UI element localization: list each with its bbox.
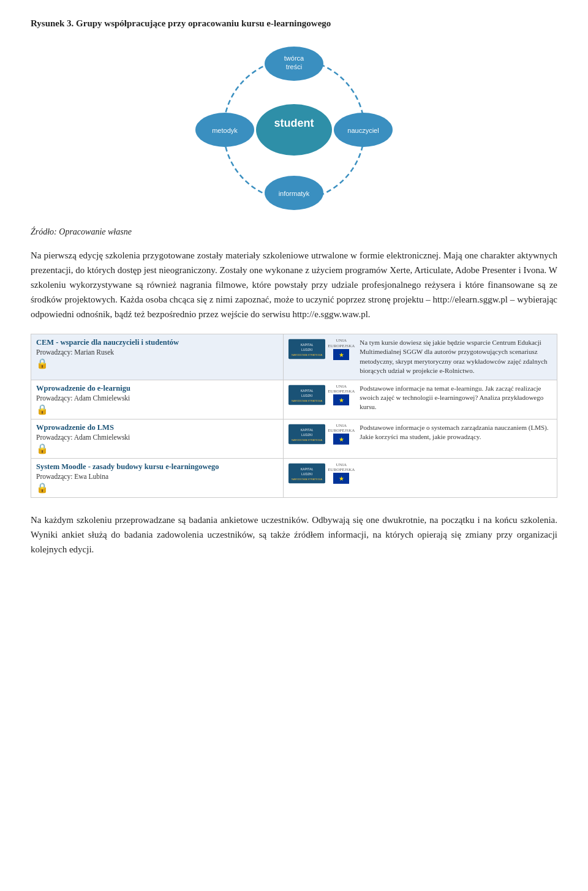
- eu-flag-4: ★: [333, 473, 349, 484]
- kapital-logo-2: KAPITAŁ LUDZKI NARODOWA STRATEGIA: [288, 384, 325, 406]
- svg-text:NARODOWA STRATEGIA: NARODOWA STRATEGIA: [292, 353, 322, 356]
- table-row: System Moodle - zasady budowy kursu e-le…: [31, 458, 557, 497]
- course-presenter-1: Prowadzący: Marian Rusek: [36, 348, 278, 356]
- diagram-svg: student twórca treści nauczyciel informa…: [184, 41, 404, 212]
- svg-text:LUDZKI: LUDZKI: [301, 472, 312, 475]
- table-row: Wprowadzenie do LMS Prowadzący: Adam Chm…: [31, 419, 557, 458]
- eu-logo-block-2: UNIAEUROPEJSKA ★: [328, 384, 355, 406]
- course-left-cell: CEM - wsparcie dla nauczycieli i student…: [31, 334, 284, 380]
- course-presenter-2: Prowadzący: Adam Chmielewski: [36, 394, 278, 402]
- eu-logo-block-1: UNIAEUROPEJSKA ★: [328, 338, 355, 360]
- course-icon-2: 🔒: [36, 404, 48, 415]
- course-icon-4: 🔒: [36, 483, 48, 493]
- course-title-4: System Moodle - zasady budowy kursu e-le…: [36, 462, 278, 472]
- svg-text:★: ★: [339, 436, 344, 443]
- course-right-cell-2: KAPITAŁ LUDZKI NARODOWA STRATEGIA UNIAEU…: [284, 380, 557, 419]
- course-left-cell-2: Wprowadzenie do e-learnigu Prowadzący: A…: [31, 380, 284, 419]
- course-table: CEM - wsparcie dla nauczycieli i student…: [31, 334, 557, 498]
- svg-text:KAPITAŁ: KAPITAŁ: [301, 467, 314, 470]
- svg-text:treści: treści: [286, 63, 302, 70]
- course-presenter-3: Prowadzący: Adam Chmielewski: [36, 434, 278, 441]
- logo-block-2: KAPITAŁ LUDZKI NARODOWA STRATEGIA UNIAEU…: [288, 384, 355, 406]
- course-title-3: Wprowadzenie do LMS: [36, 423, 278, 432]
- table-row: CEM - wsparcie dla nauczycieli i student…: [31, 334, 557, 380]
- svg-text:NARODOWA STRATEGIA: NARODOWA STRATEGIA: [292, 478, 322, 481]
- svg-text:student: student: [274, 117, 314, 129]
- logo-block-3: KAPITAŁ LUDZKI NARODOWA STRATEGIA UNIAEU…: [288, 423, 355, 445]
- course-icon-3: 🔒: [36, 443, 48, 454]
- course-right-cell-1: KAPITAŁ LUDZKI NARODOWA STRATEGIA UNIAEU…: [284, 334, 557, 380]
- source-text: Źródło: Opracowanie własne: [31, 227, 557, 237]
- course-presenter-4: Prowadzący: Ewa Lubina: [36, 473, 278, 480]
- course-left-cell-4: System Moodle - zasady budowy kursu e-le…: [31, 458, 284, 497]
- svg-text:★: ★: [339, 352, 344, 358]
- course-right-cell-3: KAPITAŁ LUDZKI NARODOWA STRATEGIA UNIAEU…: [284, 419, 557, 458]
- course-icon-1: 🔒: [36, 358, 48, 369]
- course-left-cell-3: Wprowadzenie do LMS Prowadzący: Adam Chm…: [31, 419, 284, 458]
- svg-text:LUDZKI: LUDZKI: [301, 393, 312, 397]
- svg-text:KAPITAŁ: KAPITAŁ: [301, 388, 314, 392]
- svg-text:NARODOWA STRATEGIA: NARODOWA STRATEGIA: [292, 438, 322, 442]
- svg-text:NARODOWA STRATEGIA: NARODOWA STRATEGIA: [292, 399, 322, 402]
- diagram-container: student twórca treści nauczyciel informa…: [31, 41, 557, 212]
- svg-text:nauczyciel: nauczyciel: [347, 127, 379, 134]
- svg-text:informatyk: informatyk: [279, 190, 310, 197]
- table-row: Wprowadzenie do e-learnigu Prowadzący: A…: [31, 380, 557, 419]
- logo-block-4: KAPITAŁ LUDZKI NARODOWA STRATEGIA UNIAEU…: [288, 462, 355, 484]
- course-right-cell-4: KAPITAŁ LUDZKI NARODOWA STRATEGIA UNIAEU…: [284, 458, 557, 497]
- kapital-logo-1: KAPITAŁ LUDZKI NARODOWA STRATEGIA: [288, 338, 325, 360]
- course-title-2: Wprowadzenie do e-learnigu: [36, 384, 278, 393]
- right-cell-inner-1: KAPITAŁ LUDZKI NARODOWA STRATEGIA UNIAEU…: [288, 338, 552, 376]
- eu-flag-2: ★: [333, 394, 349, 405]
- svg-text:KAPITAŁ: KAPITAŁ: [301, 343, 314, 347]
- eu-flag-1: ★: [333, 349, 349, 360]
- paragraph-2: Na każdym szkoleniu przeprowadzane są ba…: [31, 513, 557, 557]
- course-desc-2: Podstawowe informacje na temat e-learnin…: [360, 384, 552, 412]
- svg-text:★: ★: [339, 475, 344, 482]
- svg-text:metodyk: metodyk: [212, 127, 238, 134]
- kapital-logo-3: KAPITAŁ LUDZKI NARODOWA STRATEGIA: [288, 423, 325, 445]
- right-cell-inner-4: KAPITAŁ LUDZKI NARODOWA STRATEGIA UNIAEU…: [288, 462, 552, 484]
- figure-title: Rysunek 3. Grupy współpracujące przy opr…: [31, 18, 557, 29]
- eu-logo-block-4: UNIAEUROPEJSKA ★: [328, 462, 355, 484]
- course-desc-1: Na tym kursie dowiesz się jakie będzie w…: [360, 338, 552, 376]
- eu-flag-3: ★: [333, 434, 349, 445]
- kapital-logo-4: KAPITAŁ LUDZKI NARODOWA STRATEGIA: [288, 462, 325, 484]
- course-title-1: CEM - wsparcie dla nauczycieli i student…: [36, 338, 278, 347]
- eu-logo-block-3: UNIAEUROPEJSKA ★: [328, 423, 355, 445]
- svg-text:KAPITAŁ: KAPITAŁ: [301, 427, 314, 431]
- svg-text:★: ★: [339, 397, 344, 404]
- svg-text:twórca: twórca: [284, 55, 304, 62]
- logo-block-1: KAPITAŁ LUDZKI NARODOWA STRATEGIA UNIAEU…: [288, 338, 355, 360]
- svg-text:LUDZKI: LUDZKI: [301, 432, 312, 436]
- course-desc-3: Podstawowe informacje o systemach zarząd…: [360, 423, 552, 442]
- paragraph-1: Na pierwszą edycję szkolenia przygotowan…: [31, 248, 557, 321]
- svg-text:LUDZKI: LUDZKI: [301, 348, 312, 352]
- right-cell-inner-3: KAPITAŁ LUDZKI NARODOWA STRATEGIA UNIAEU…: [288, 423, 552, 445]
- right-cell-inner-2: KAPITAŁ LUDZKI NARODOWA STRATEGIA UNIAEU…: [288, 384, 552, 412]
- svg-point-1: [256, 104, 332, 156]
